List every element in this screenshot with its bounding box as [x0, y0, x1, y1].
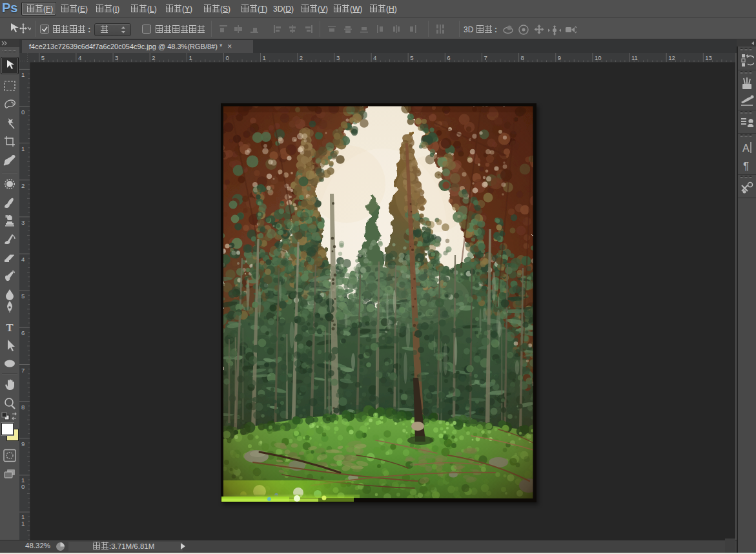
svg-text:2: 2 [300, 54, 303, 61]
svg-text:5: 5 [21, 292, 25, 300]
svg-text:0: 0 [226, 54, 229, 61]
svg-text:0: 0 [21, 108, 25, 116]
svg-text:6: 6 [21, 329, 25, 336]
svg-text:3: 3 [115, 54, 118, 61]
svg-text:12: 12 [668, 54, 675, 61]
svg-text:3: 3 [336, 54, 340, 61]
svg-text:11: 11 [631, 54, 638, 61]
svg-text:4: 4 [78, 54, 81, 61]
svg-text:8: 8 [21, 404, 25, 411]
svg-text:0: 0 [21, 483, 25, 490]
svg-text:5: 5 [410, 54, 413, 61]
svg-text:13: 13 [705, 54, 712, 61]
svg-text:4: 4 [21, 256, 25, 263]
svg-text:¶: ¶ [743, 160, 749, 172]
svg-text:6: 6 [447, 54, 450, 61]
svg-text:2: 2 [21, 182, 25, 189]
svg-text:1: 1 [21, 145, 25, 152]
svg-text:4: 4 [373, 54, 376, 61]
svg-text:1: 1 [21, 71, 25, 78]
svg-text:9: 9 [558, 54, 561, 61]
svg-text:8: 8 [521, 54, 524, 61]
svg-text:3: 3 [21, 219, 25, 226]
svg-text:2: 2 [152, 54, 155, 61]
svg-text:10: 10 [595, 54, 602, 61]
svg-text:A: A [742, 143, 750, 154]
svg-text:9: 9 [21, 440, 25, 447]
svg-text:1: 1 [21, 520, 25, 527]
svg-text:T: T [6, 322, 14, 334]
svg-text:1: 1 [263, 54, 266, 61]
svg-text:7: 7 [484, 54, 487, 61]
svg-text:1: 1 [189, 54, 192, 61]
svg-text:5: 5 [41, 54, 45, 61]
svg-text:7: 7 [21, 367, 25, 374]
